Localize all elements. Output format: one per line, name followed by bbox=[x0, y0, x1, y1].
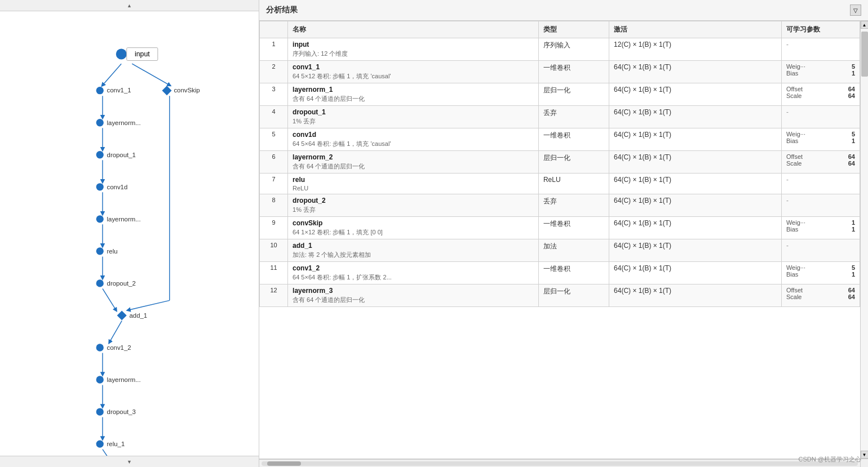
row-name: reluReLU bbox=[288, 174, 539, 194]
svg-point-21 bbox=[96, 183, 104, 190]
table-row[interactable]: 8dropout_21% 丢弃丢弃64(C) × 1(B) × 1(T)- bbox=[260, 194, 860, 217]
row-type: 丢弃 bbox=[538, 194, 609, 217]
layernorm-3-label: layernorm... bbox=[107, 376, 141, 383]
table-row[interactable]: 10add_1加法: 将 2 个输入按元素相加加法64(C) × 1(B) × … bbox=[260, 239, 860, 262]
row-name: layernorm_3含有 64 个通道的层归一化 bbox=[288, 284, 539, 307]
param-item: Weig···5 bbox=[786, 264, 855, 271]
table-row[interactable]: 4dropout_11% 丢弃丢弃64(C) × 1(B) × 1(T)- bbox=[260, 106, 860, 128]
row-name: conv1_164 5×12 卷积: 步幅 1，填充 'causal' bbox=[288, 61, 539, 83]
row-name: conv1_264 5×64 卷积: 步幅 1，扩张系数 2... bbox=[288, 262, 539, 284]
row-name: convSkip64 1×12 卷积: 步幅 1，填充 [0 0] bbox=[288, 217, 539, 239]
scroll-top-btn[interactable]: ▲ bbox=[861, 21, 869, 29]
row-activation: 64(C) × 1(B) × 1(T) bbox=[609, 262, 782, 284]
add-1-label: add_1 bbox=[130, 312, 148, 319]
row-num: 6 bbox=[260, 151, 288, 174]
panel-title: 分析结果 bbox=[266, 5, 298, 15]
table-row[interactable]: 11conv1_264 5×64 卷积: 步幅 1，扩张系数 2...一维卷积6… bbox=[260, 262, 860, 284]
row-num: 4 bbox=[260, 106, 288, 128]
param-item: Bias1 bbox=[786, 226, 855, 233]
row-params: Offset64Scale64 bbox=[781, 284, 860, 307]
node-relu-1[interactable] bbox=[96, 440, 104, 447]
table-with-scrollbar: 名称 类型 激活 可学习参数 1input序列输入: 12 个维度序列输入12(… bbox=[259, 21, 868, 459]
row-type: 一维卷积 bbox=[538, 262, 609, 284]
row-name: layernorm_2含有 64 个通道的层归一化 bbox=[288, 151, 539, 174]
svg-point-29 bbox=[96, 440, 104, 447]
row-type: 层归一化 bbox=[538, 284, 609, 307]
svg-point-20 bbox=[96, 151, 104, 158]
node-conv1-1[interactable] bbox=[96, 87, 104, 94]
table-row[interactable]: 7reluReLUReLU64(C) × 1(B) × 1(T)- bbox=[260, 174, 860, 194]
bottom-scrollbar[interactable] bbox=[259, 459, 860, 467]
row-activation: 64(C) × 1(B) × 1(T) bbox=[609, 217, 782, 239]
relu-label: relu bbox=[107, 248, 118, 255]
node-conv1-2[interactable] bbox=[96, 344, 104, 351]
svg-line-11 bbox=[109, 321, 122, 342]
table-row[interactable]: 2conv1_164 5×12 卷积: 步幅 1，填充 'causal'一维卷积… bbox=[260, 61, 860, 83]
table-body: 1input序列输入: 12 个维度序列输入12(C) × 1(B) × 1(T… bbox=[260, 38, 860, 307]
corner-spacer bbox=[860, 459, 868, 467]
col-header-type: 类型 bbox=[538, 21, 609, 38]
table-scroll-wrapper[interactable]: 名称 类型 激活 可学习参数 1input序列输入: 12 个维度序列输入12(… bbox=[259, 21, 860, 459]
row-num: 3 bbox=[260, 83, 288, 106]
right-scrollbar: ▲ ▼ bbox=[860, 21, 868, 459]
svg-line-10 bbox=[129, 300, 170, 310]
row-params: - bbox=[781, 239, 860, 262]
param-item: Offset64 bbox=[786, 153, 855, 160]
svg-line-1 bbox=[132, 64, 170, 85]
node-dropout-1[interactable] bbox=[96, 151, 104, 158]
param-item: Weig···5 bbox=[786, 131, 855, 137]
col-header-name: 名称 bbox=[288, 21, 539, 38]
row-params: Offset64Scale64 bbox=[781, 151, 860, 174]
svg-marker-18 bbox=[162, 86, 171, 95]
table-row[interactable]: 1input序列输入: 12 个维度序列输入12(C) × 1(B) × 1(T… bbox=[260, 38, 860, 61]
node-dropout-2[interactable] bbox=[96, 279, 104, 287]
row-type: 一维卷积 bbox=[538, 128, 609, 151]
svg-line-0 bbox=[103, 64, 121, 85]
row-activation: 12(C) × 1(B) × 1(T) bbox=[609, 38, 782, 61]
node-input[interactable] bbox=[116, 49, 127, 60]
row-type: 加法 bbox=[538, 239, 609, 262]
node-conv1d[interactable] bbox=[96, 183, 104, 190]
h-scrollbar-track[interactable] bbox=[262, 461, 858, 466]
node-relu[interactable] bbox=[96, 247, 104, 255]
table-row[interactable]: 5conv1d64 5×64 卷积: 步幅 1，填充 'causal'一维卷积6… bbox=[260, 128, 860, 151]
table-row[interactable]: 3layernorm_1含有 64 个通道的层归一化层归一化64(C) × 1(… bbox=[260, 83, 860, 106]
param-item: Bias1 bbox=[786, 271, 855, 278]
row-params: - bbox=[781, 194, 860, 217]
node-layernorm-3[interactable] bbox=[96, 376, 104, 383]
dropout-3-label: dropout_3 bbox=[107, 408, 136, 415]
param-item: Weig···1 bbox=[786, 219, 855, 226]
col-header-activation: 激活 bbox=[609, 21, 782, 38]
scrollbar-track[interactable] bbox=[861, 29, 869, 451]
table-row[interactable]: 12layernorm_3含有 64 个通道的层归一化层归一化64(C) × 1… bbox=[260, 284, 860, 307]
conv1d-label: conv1d bbox=[107, 184, 128, 190]
row-activation: 64(C) × 1(B) × 1(T) bbox=[609, 83, 782, 106]
row-activation: 64(C) × 1(B) × 1(T) bbox=[609, 106, 782, 128]
results-table: 名称 类型 激活 可学习参数 1input序列输入: 12 个维度序列输入12(… bbox=[259, 21, 860, 307]
row-params: - bbox=[781, 174, 860, 194]
row-type: 层归一化 bbox=[538, 83, 609, 106]
row-activation: 64(C) × 1(B) × 1(T) bbox=[609, 151, 782, 174]
param-item: Scale64 bbox=[786, 92, 855, 99]
svg-point-17 bbox=[96, 87, 104, 94]
node-convskip[interactable] bbox=[162, 86, 171, 95]
node-layernorm-2[interactable] bbox=[96, 215, 104, 223]
node-layernorm-1[interactable] bbox=[96, 119, 104, 126]
row-name: add_1加法: 将 2 个输入按元素相加 bbox=[288, 239, 539, 262]
table-row[interactable]: 9convSkip64 1×12 卷积: 步幅 1，填充 [0 0]一维卷积64… bbox=[260, 217, 860, 239]
scrollbar-thumb bbox=[861, 32, 868, 77]
row-num: 11 bbox=[260, 262, 288, 284]
scroll-up-button[interactable] bbox=[0, 0, 259, 11]
row-name: dropout_21% 丢弃 bbox=[288, 194, 539, 217]
table-row[interactable]: 6layernorm_2含有 64 个通道的层归一化层归一化64(C) × 1(… bbox=[260, 151, 860, 174]
scroll-down-button[interactable] bbox=[0, 456, 259, 467]
row-num: 2 bbox=[260, 61, 288, 83]
row-params: - bbox=[781, 38, 860, 61]
svg-point-26 bbox=[96, 344, 104, 351]
row-params: Offset64Scale64 bbox=[781, 83, 860, 106]
node-add-1[interactable] bbox=[117, 310, 127, 320]
scroll-bottom-btn[interactable]: ▼ bbox=[861, 451, 869, 459]
panel-collapse-button[interactable]: ▽ bbox=[850, 5, 861, 16]
node-dropout-3[interactable] bbox=[96, 408, 104, 415]
row-params: Weig···5Bias1 bbox=[781, 61, 860, 83]
